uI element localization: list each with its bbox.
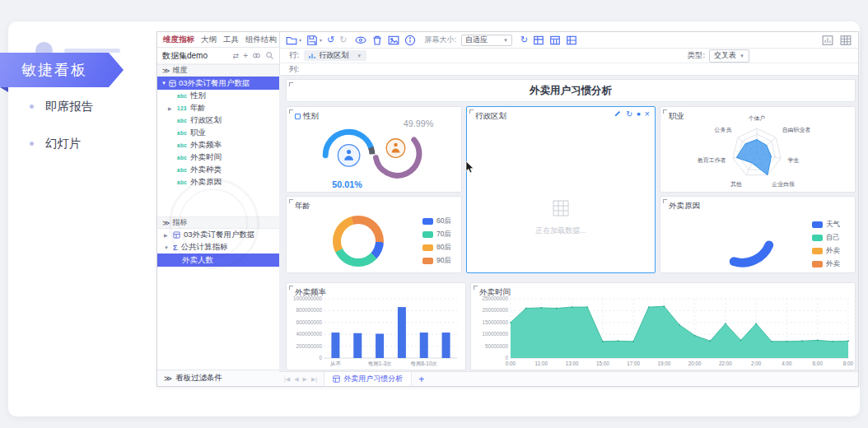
chart-title: 行政区划 bbox=[475, 111, 506, 122]
prev-sheet-icon[interactable]: ◀ bbox=[294, 376, 298, 383]
tree-root-dataset[interactable]: ▼03外卖订餐用户数据 bbox=[157, 77, 279, 90]
svg-text:13:00: 13:00 bbox=[566, 361, 579, 366]
menu-label: 敏捷看板 bbox=[21, 60, 87, 80]
svg-text:400000000: 400000000 bbox=[296, 331, 322, 337]
field-type-icon: abc bbox=[177, 93, 187, 99]
legend-item[interactable]: 外卖 bbox=[812, 246, 853, 256]
watermark bbox=[179, 188, 248, 258]
next-sheet-icon[interactable]: ▶ bbox=[303, 376, 307, 383]
svg-text:600000000: 600000000 bbox=[296, 319, 322, 325]
dataset-row: 数据集demo ⇄ + bbox=[157, 48, 279, 64]
chart-card-gender[interactable]: 性别 50.01% 49.99% bbox=[286, 106, 462, 193]
dashboard-title-card[interactable]: 外卖用户习惯分析 bbox=[286, 79, 856, 102]
tab-dimension-measure[interactable]: 维度指标 bbox=[163, 35, 194, 45]
menu-item-adhoc-report[interactable]: 即席报告 bbox=[30, 99, 93, 114]
type-select[interactable]: 交叉表▼ bbox=[709, 49, 749, 63]
caret-down-icon[interactable]: ▼ bbox=[161, 81, 166, 86]
sheet-tab-active[interactable]: 外卖用户习惯分析 bbox=[324, 372, 412, 386]
chart-card-frequency[interactable]: 外卖频率 02000000004000000006000000008000000… bbox=[286, 282, 466, 370]
time-area-chart: 0500000001000000001500000002000000002500… bbox=[471, 295, 855, 368]
chart-card-age[interactable]: 年龄 60后70后80后90后 bbox=[286, 196, 462, 273]
chart-card-time[interactable]: 外卖时间 05000000010000000015000000020000000… bbox=[470, 282, 856, 370]
table-config-icon[interactable] bbox=[566, 35, 577, 46]
save-icon[interactable] bbox=[306, 35, 318, 46]
chart-card-region[interactable]: 行政区划 ↻ ■ × 正在加载数据... bbox=[466, 106, 656, 273]
legend-item[interactable]: 自己 bbox=[812, 233, 853, 243]
refresh-icon[interactable]: ↻ bbox=[626, 110, 632, 118]
bi-app-window: 维度指标 大纲 工具 组件结构 数据集demo ⇄ + ≫维度 ▼03外卖订餐用… bbox=[156, 31, 859, 387]
add-icon[interactable]: + bbox=[243, 51, 248, 60]
mouse-cursor bbox=[465, 161, 475, 174]
close-icon[interactable]: × bbox=[645, 110, 650, 118]
tree-field[interactable]: abc职业 bbox=[157, 127, 279, 139]
legend-item[interactable]: 天气 bbox=[812, 220, 853, 230]
legend-item[interactable]: 90后 bbox=[422, 256, 451, 266]
folder-open-icon[interactable] bbox=[286, 35, 297, 46]
panel-tab-bar: 维度指标 大纲 工具 组件结构 bbox=[157, 32, 279, 48]
legend-item[interactable]: 外卖 bbox=[812, 259, 853, 269]
info-icon[interactable] bbox=[404, 35, 416, 46]
chart-card-occupation[interactable]: 职业 个体户自由职业者学生企业白领其他教育工作者公务员 bbox=[660, 106, 856, 193]
linkage-icon bbox=[295, 114, 301, 119]
dimension-tree: ▼03外卖订餐用户数据abc性别▶123年龄abc行政区划abc职业abc外卖频… bbox=[157, 77, 279, 188]
preview-icon[interactable] bbox=[355, 35, 366, 46]
chart-card-reason[interactable]: 外卖原因 天气自己外卖外卖 bbox=[660, 196, 856, 273]
export-icon[interactable] bbox=[533, 35, 544, 46]
folder-caret-icon[interactable]: ▾ bbox=[299, 37, 301, 43]
legend-item[interactable]: 70后 bbox=[422, 230, 451, 240]
image-icon[interactable] bbox=[388, 35, 399, 46]
menu-label: 即席报告 bbox=[45, 99, 93, 114]
row-field-pill[interactable]: 行政区划▼ bbox=[304, 50, 366, 61]
reason-legend: 天气自己外卖外卖 bbox=[812, 220, 853, 269]
snapshot-icon[interactable] bbox=[549, 35, 561, 46]
undo-icon[interactable]: ↺ bbox=[327, 35, 334, 44]
caret-right-icon[interactable]: ▶ bbox=[164, 232, 170, 238]
bullet-icon bbox=[30, 142, 34, 146]
redo-icon[interactable]: ↻ bbox=[339, 35, 347, 44]
delete-icon[interactable] bbox=[371, 35, 383, 46]
svg-text:200000000: 200000000 bbox=[296, 343, 322, 349]
stop-icon[interactable]: ■ bbox=[637, 110, 640, 118]
legend-item[interactable]: 60后 bbox=[422, 216, 451, 226]
tab-tools[interactable]: 工具 bbox=[223, 35, 239, 45]
last-sheet-icon[interactable]: ▶| bbox=[311, 376, 317, 383]
swap-icon[interactable]: ⇄ bbox=[233, 52, 240, 60]
menu-item-slides[interactable]: 幻灯片 bbox=[30, 136, 82, 151]
tree-field[interactable]: abc外卖时间 bbox=[157, 151, 279, 164]
screen-size-select[interactable]: 自适应▼ bbox=[461, 35, 512, 46]
caret-right-icon[interactable]: ▶ bbox=[168, 105, 174, 111]
field-type-icon: abc bbox=[177, 167, 187, 173]
refresh-icon[interactable]: ↻ bbox=[520, 35, 528, 44]
type-label: 类型: bbox=[687, 50, 705, 61]
tree-field[interactable]: abc外卖频率 bbox=[157, 139, 279, 151]
dashboard-filter-bar[interactable]: ≫看板过滤条件 bbox=[157, 370, 279, 386]
svg-text:17:00: 17:00 bbox=[627, 361, 640, 366]
tree-field[interactable]: abc性别 bbox=[157, 90, 279, 102]
data-table-icon[interactable] bbox=[840, 35, 852, 46]
tab-outline[interactable]: 大纲 bbox=[201, 35, 217, 45]
collapse-icon: ≫ bbox=[162, 67, 170, 75]
tree-field[interactable]: ▶123年龄 bbox=[157, 102, 279, 114]
ribbon-fold bbox=[0, 87, 8, 92]
caret-down-icon[interactable]: ▼ bbox=[164, 245, 170, 250]
field-type-icon: abc bbox=[177, 142, 187, 148]
search-icon[interactable] bbox=[265, 51, 274, 60]
bar-field-icon bbox=[309, 53, 315, 59]
chart-switch-icon[interactable] bbox=[822, 35, 833, 46]
tree-field[interactable]: abc外卖种类 bbox=[157, 164, 279, 176]
editor-main: ▾ ▾ ↺ ↻ 屏幕大小: 自适应▼ ↻ 行: 行政区划▼ bbox=[279, 32, 858, 386]
legend-item[interactable]: 80后 bbox=[422, 243, 451, 253]
table-grid-icon bbox=[550, 198, 572, 219]
tab-component-structure[interactable]: 组件结构 bbox=[245, 35, 277, 45]
first-sheet-icon[interactable]: |◀ bbox=[284, 376, 290, 383]
dimensions-section-header[interactable]: ≫维度 bbox=[157, 64, 279, 77]
link-icon[interactable] bbox=[252, 51, 261, 60]
menu-item-agile-dashboard[interactable]: 敏捷看板 bbox=[0, 53, 124, 87]
svg-text:每周8-10次: 每周8-10次 bbox=[410, 361, 437, 367]
chevron-down-icon: ▼ bbox=[740, 54, 744, 58]
edit-pencil-icon[interactable] bbox=[614, 109, 622, 118]
tree-field[interactable]: abc行政区划 bbox=[157, 114, 279, 127]
add-sheet-button[interactable]: + bbox=[418, 374, 424, 385]
save-caret-icon[interactable]: ▾ bbox=[320, 37, 322, 43]
svg-text:6:00: 6:00 bbox=[813, 361, 824, 366]
